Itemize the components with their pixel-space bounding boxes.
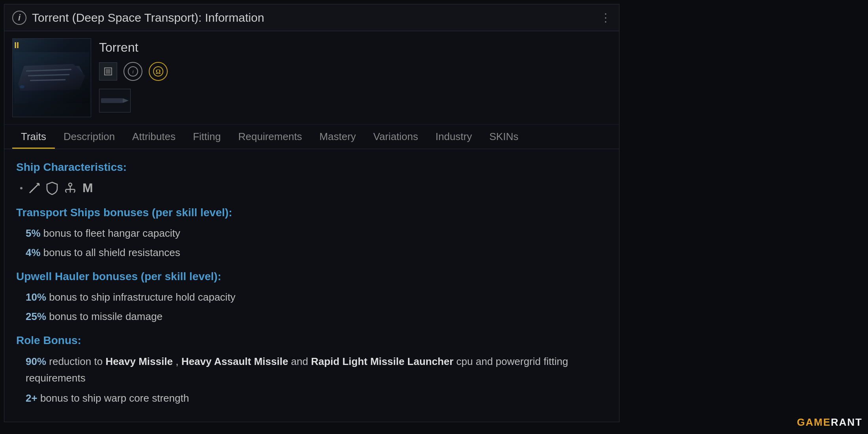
omega-icon-svg: Ω — [153, 66, 164, 77]
watermark: GAMERANT — [797, 416, 862, 428]
svg-rect-13 — [101, 98, 123, 103]
upwell-bonus-1: 10% bonus to ship infrastructure hold ca… — [16, 288, 607, 307]
svg-line-4 — [30, 80, 65, 80]
transport-bonus-2-text: bonus to all shield resistances — [41, 247, 180, 258]
m-letter-icon: M — [82, 181, 93, 195]
ship-silhouette — [14, 52, 89, 103]
upwell-bonus-1-percent: 10% — [26, 291, 46, 303]
svg-point-5 — [20, 85, 24, 88]
tab-mastery[interactable]: Mastery — [311, 127, 365, 149]
role-bonus-2-text: bonus to ship warp core strength — [40, 392, 189, 404]
window-title: Torrent (Deep Space Transport): Informat… — [32, 11, 600, 24]
upwell-bonus-2-text: bonus to missile damage — [46, 311, 163, 322]
transport-bonus-2: 4% bonus to all shield resistances — [16, 243, 607, 262]
upwell-bonus-2-percent: 25% — [26, 311, 46, 322]
role-bonus-2-percent: 2+ — [26, 392, 37, 404]
role-bonus-1: 90% reduction to Heavy Missile , Heavy A… — [16, 352, 607, 388]
svg-marker-1 — [18, 64, 85, 91]
svg-line-15 — [30, 183, 39, 193]
transport-bonus-2-percent: 4% — [26, 247, 41, 258]
ship-characteristics-icons: M — [16, 181, 607, 195]
ship-image: II — [12, 38, 91, 117]
transport-bonus-title: Transport Ships bonuses (per skill level… — [16, 206, 607, 219]
ship-box-icon-svg — [104, 67, 112, 76]
main-window: i Torrent (Deep Space Transport): Inform… — [4, 4, 619, 422]
svg-line-18 — [31, 190, 33, 191]
ship-name: Torrent — [99, 40, 611, 55]
ship-characteristics-title: Ship Characteristics: — [16, 161, 607, 174]
ship-variant-svg — [101, 95, 129, 106]
alpha-clone-icon[interactable]: i — [123, 62, 142, 81]
tab-requirements[interactable]: Requirements — [230, 127, 311, 149]
role-bonus-section: Role Bonus: 90% reduction to Heavy Missi… — [16, 334, 607, 409]
content-area: Ship Characteristics: — [4, 149, 619, 421]
upwell-bonus-section: Upwell Hauler bonuses (per skill level):… — [16, 270, 607, 326]
tab-description[interactable]: Description — [55, 127, 123, 149]
shield-icon — [46, 181, 58, 195]
watermark-rant: RANT — [831, 416, 862, 428]
tab-attributes[interactable]: Attributes — [123, 127, 184, 149]
svg-text:Ω: Ω — [156, 68, 161, 75]
anchor-icon — [64, 181, 77, 195]
transport-bonus-1-text: bonus to fleet hangar capacity — [41, 227, 180, 239]
alpha-icon-svg: i — [127, 66, 138, 77]
svg-marker-14 — [123, 98, 129, 103]
watermark-game: GAME — [797, 416, 831, 428]
tab-variations[interactable]: Variations — [365, 127, 427, 149]
transport-bonus-1-percent: 5% — [26, 227, 41, 239]
ship-icons-row: i Ω — [99, 62, 611, 81]
heavy-missile-bold: Heavy Missile — [105, 355, 173, 367]
upwell-bonus-title: Upwell Hauler bonuses (per skill level): — [16, 270, 607, 283]
tab-traits[interactable]: Traits — [12, 127, 55, 149]
char-dot-icon — [20, 187, 22, 189]
transport-bonus-section: Transport Ships bonuses (per skill level… — [16, 206, 607, 262]
ship-info-panel: Torrent i — [99, 38, 611, 117]
transport-bonus-1: 5% bonus to fleet hangar capacity — [16, 224, 607, 243]
menu-dots-button[interactable]: ⋮ — [600, 11, 611, 24]
role-bonus-2: 2+ bonus to ship warp core strength — [16, 388, 607, 409]
info-icon: i — [12, 11, 26, 25]
ship-image-inner — [13, 39, 91, 117]
tab-skins[interactable]: SKINs — [481, 127, 527, 149]
upwell-bonus-2: 25% bonus to missile damage — [16, 307, 607, 326]
role-bonus-1-prefix: reduction to — [49, 355, 105, 367]
rapid-light-missile-bold: Rapid Light Missile Launcher — [311, 355, 453, 367]
role-bonus-title: Role Bonus: — [16, 334, 607, 347]
role-bonus-1-percent: 90% — [26, 355, 46, 367]
svg-text:i: i — [132, 69, 134, 75]
role-bonus-1-sep2: and — [291, 355, 311, 367]
heavy-assault-missile-bold: Heavy Assault Missile — [181, 355, 288, 367]
omega-clone-icon[interactable]: Ω — [149, 62, 168, 81]
ship-type-icon[interactable] — [99, 62, 117, 80]
ship-variant-box[interactable] — [99, 89, 131, 112]
ship-header: II — [4, 31, 619, 125]
svg-point-19 — [69, 183, 72, 186]
upwell-bonus-1-text: bonus to ship infrastructure hold capaci… — [46, 291, 236, 303]
tab-industry[interactable]: Industry — [427, 127, 481, 149]
lock-icon: II — [14, 40, 19, 51]
role-bonus-1-sep1: , — [176, 355, 181, 367]
sword-icon — [28, 182, 41, 195]
title-bar: i Torrent (Deep Space Transport): Inform… — [4, 4, 619, 31]
tabs-bar: Traits Description Attributes Fitting Re… — [4, 125, 619, 149]
svg-rect-8 — [106, 69, 110, 74]
tab-fitting[interactable]: Fitting — [184, 127, 230, 149]
